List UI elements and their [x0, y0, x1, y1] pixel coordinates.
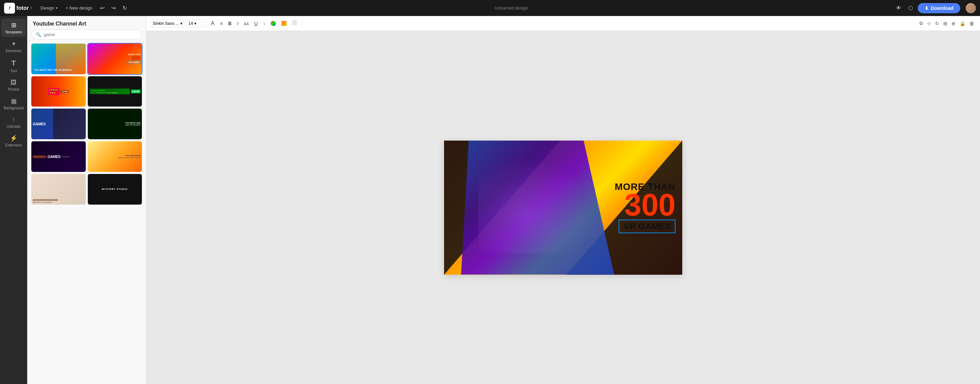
text-align-button[interactable]: ≡ [218, 19, 224, 27]
opacity-icon [292, 21, 297, 25]
refresh-icon: ↻ [123, 5, 127, 11]
template-card[interactable]: Virtual Reality GAMES EXPERIENCE [31, 141, 86, 172]
letter-spacing-button[interactable]: AA [242, 19, 251, 27]
new-design-button[interactable]: + New design [63, 4, 95, 12]
font-style-button[interactable]: A [209, 19, 217, 28]
bold-icon: B [228, 21, 232, 26]
canvas[interactable]: MORE THAN 300 VR GAMES [444, 140, 490, 192]
line-height-button[interactable]: ↕ [261, 19, 267, 27]
elements-label: Elements [6, 49, 21, 53]
template-card[interactable]: Finish! ★★★ SCORE [31, 76, 86, 107]
highlight-color-swatch [282, 21, 287, 26]
logo-text: fotor [16, 5, 29, 11]
design-chevron-icon: ▾ [56, 6, 57, 10]
template-card[interactable]: MORE THAN 300 VR GAMES [88, 43, 142, 74]
font-family-chevron-icon: ▾ [180, 21, 182, 26]
underline-icon: U [254, 21, 258, 26]
font-family-select[interactable]: Sinkin Sans ... ▾ [150, 20, 185, 27]
template-card[interactable]: WANDERINWEEKEND books films music games [31, 174, 86, 192]
photos-label: Photos [8, 87, 19, 91]
template-card[interactable]: GAMES [31, 108, 86, 139]
design-label: Design [40, 5, 54, 11]
undo-button[interactable]: ↩ [98, 3, 107, 13]
search-input[interactable] [44, 32, 137, 37]
text-align-icon: ≡ [220, 21, 223, 26]
font-family-value: Sinkin Sans ... [153, 21, 179, 26]
text-label: Text [10, 69, 17, 73]
photos-icon: 🖼 [11, 79, 17, 86]
refresh-button[interactable]: ↻ [121, 3, 129, 13]
font-style-icon: A [211, 21, 215, 26]
template-card[interactable]: MYSTERY STUDIO [88, 174, 142, 192]
sidebar-item-uploads[interactable]: ↑ Uploads [2, 113, 26, 131]
toolbar-separator-1 [206, 19, 206, 27]
background-label: Background [4, 106, 24, 110]
templates-icon: ⊞ [11, 21, 16, 29]
templates-panel: Youtube Channel Art 🔍 YOU MUST SEE THE V… [27, 16, 146, 192]
italic-icon: I [237, 21, 239, 26]
design-menu-button[interactable]: Design ▾ [38, 4, 60, 12]
sidebar-item-templates[interactable]: ⊞ Templates [2, 19, 26, 37]
underline-button[interactable]: U [252, 19, 259, 27]
elements-icon: ✦ [11, 40, 16, 48]
text-toolbar: Sinkin Sans ... ▾ 14 ▾ A ≡ B I AA U ↕ ⧉ [146, 16, 490, 31]
redo-button[interactable]: ↪ [109, 3, 118, 13]
uploads-icon: ↑ [12, 116, 15, 123]
font-size-select[interactable]: 14 ▾ [186, 20, 203, 27]
undo-icon: ↩ [100, 5, 105, 11]
fotor-logo[interactable]: f fotor ® [4, 3, 32, 14]
canvas-area: MORE THAN 300 VR GAMES [146, 31, 490, 192]
left-sidebar: ⊞ Templates ✦ Elements T Text 🖼 Photos ▦… [0, 16, 27, 192]
template-card[interactable]: Crazy Gamer Game Techniques & Latest Upd… [88, 76, 142, 107]
search-bar[interactable]: 🔍 [31, 30, 142, 40]
extension-label: Extension [5, 143, 22, 147]
toolbar-separator-2 [302, 19, 302, 27]
line-height-icon: ↕ [263, 21, 265, 26]
logo-box: f [4, 3, 15, 14]
italic-button[interactable]: I [235, 19, 240, 27]
document-name[interactable]: Unnamed design [132, 5, 490, 11]
letter-spacing-icon: AA [244, 22, 249, 26]
highlight-color-button[interactable] [279, 19, 289, 27]
text-icon: T [11, 59, 16, 68]
text-color-button[interactable] [269, 19, 278, 27]
opacity-button[interactable] [290, 19, 299, 27]
uploads-label: Uploads [7, 124, 21, 128]
sidebar-item-extension[interactable]: ⚡ Extension [2, 132, 26, 150]
sidebar-item-background[interactable]: ▦ Background [2, 95, 26, 113]
sidebar-item-elements[interactable]: ✦ Elements [2, 37, 26, 56]
search-icon: 🔍 [36, 32, 41, 37]
canvas-photo-layer [444, 140, 490, 192]
font-size-value: 14 [189, 21, 193, 26]
template-card[interactable]: YOU MUST SEE THE VR WORLD [88, 108, 142, 139]
bold-button[interactable]: B [226, 19, 234, 27]
panel-title: Youtube Channel Art [27, 16, 146, 30]
template-grid: YOU MUST SEE THE VR WORLD! MORE THAN 300… [27, 43, 146, 192]
templates-label: Templates [5, 30, 22, 34]
redo-icon: ↪ [111, 5, 116, 11]
sidebar-item-photos[interactable]: 🖼 Photos [2, 76, 26, 94]
extension-icon: ⚡ [10, 134, 18, 142]
template-text: YOU MUST SEE THE VR WORLD! [33, 67, 73, 73]
background-icon: ▦ [11, 97, 17, 105]
top-navigation: f fotor ® Design ▾ + New design ↩ ↪ ↻ Un… [0, 0, 490, 16]
new-design-label: + New design [66, 5, 92, 11]
font-size-chevron-icon: ▾ [194, 21, 196, 26]
sidebar-item-text[interactable]: T Text [2, 56, 26, 76]
text-color-swatch [270, 21, 276, 26]
template-card[interactable]: Fun with Daniel Weekly toy and game revi… [88, 141, 142, 172]
logo-r: ® [30, 6, 32, 10]
template-card[interactable]: YOU MUST SEE THE VR WORLD! [31, 43, 86, 74]
